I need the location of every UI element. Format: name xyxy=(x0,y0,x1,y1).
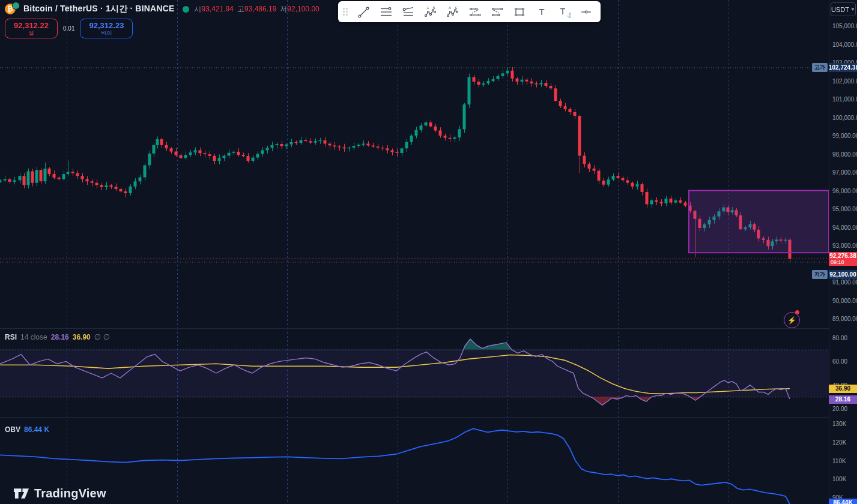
axis-tick-label: 99,000.00 xyxy=(832,133,857,139)
axis-tick-label: 130K xyxy=(832,421,846,427)
pane-separator-rsi[interactable] xyxy=(0,328,857,329)
pane-separator-obv[interactable] xyxy=(0,417,857,418)
rsi-ma-value-badge: 36.90 xyxy=(829,385,857,393)
axis-tick-label: 105,000.00 xyxy=(832,23,857,29)
sell-button[interactable]: 92,312.22 셀 xyxy=(5,19,58,38)
rectangle-tool-icon[interactable] xyxy=(508,3,530,21)
high-value: 102,724.38 xyxy=(829,63,857,72)
notification-dot-icon xyxy=(795,310,799,314)
axis-tick-label: 98,000.00 xyxy=(832,151,857,157)
elliott-wave-15-icon[interactable]: 15 xyxy=(419,3,441,21)
obv-value-badge: 86.44K xyxy=(829,499,857,504)
axis-tick-label: 110K xyxy=(832,457,846,464)
currency-unit-label: USDT xyxy=(831,6,849,13)
lightning-icon[interactable]: ⚡ xyxy=(784,312,800,328)
rsi-current-value: 28.16 xyxy=(51,333,69,341)
buy-button[interactable]: 92,312.23 바이 xyxy=(80,19,133,38)
ohlc-readout: 시93,421.94고93,486.19저92,100.00 xyxy=(195,4,323,14)
axis-tick-label: 96,000.00 xyxy=(832,187,857,194)
last-price-badge: 92,276.38 09:18 xyxy=(829,252,857,266)
session-high-label: 고가 102,724.38 xyxy=(812,63,857,72)
axis-tick-label: 101,000.00 xyxy=(832,96,857,103)
axis-tick-label: 100K xyxy=(832,476,846,482)
spread-value: 0.01 xyxy=(63,25,74,32)
open-value: 93,421.94 xyxy=(202,5,234,13)
toolbar-drag-handle[interactable] xyxy=(343,8,348,16)
pair-logo-icon: ₿ xyxy=(5,3,19,15)
axis-tick-label: 100,000.00 xyxy=(832,114,857,121)
rsi-hidden-values: ∅ ∅ xyxy=(94,332,110,341)
buy-label: 바이 xyxy=(101,30,112,36)
pattern-abc-icon[interactable]: AC xyxy=(441,3,464,21)
axis-tick-label: 60.00 xyxy=(832,358,847,365)
price-chart-canvas[interactable] xyxy=(0,0,829,504)
high-tag: 고가 xyxy=(812,63,828,72)
low-value: 92,100.00 xyxy=(287,5,319,13)
sell-label: 셀 xyxy=(29,30,34,36)
chevron-down-icon: ▼ xyxy=(850,7,855,12)
obv-current-value: 86.44 K xyxy=(24,425,49,434)
cross-line-icon[interactable] xyxy=(575,3,597,21)
symbol-header: ₿ Bitcoin / TetherUS · 1시간 · BINANCE 시93… xyxy=(5,3,323,15)
tradingview-mark-icon xyxy=(13,486,29,500)
axis-tick-label: 90,000.00 xyxy=(832,297,857,304)
axis-tick-label: 91,000.00 xyxy=(832,279,857,286)
axis-tick-label: 104,000.00 xyxy=(832,41,857,47)
drawing-toolbar: 15 AC T T⚓ xyxy=(338,1,601,22)
obv-pane-header[interactable]: OBV 86.44 K xyxy=(5,425,49,434)
trade-panel: 92,312.22 셀 0.01 92,312.23 바이 xyxy=(5,19,133,38)
axis-tick-label: 20.00 xyxy=(832,406,847,412)
currency-unit-dropdown[interactable]: USDT ▼ xyxy=(831,2,856,16)
session-low-label: 저가 92,100.00 xyxy=(812,270,857,279)
axis-tick-label: 95,000.00 xyxy=(832,206,857,212)
svg-text:⚓: ⚓ xyxy=(567,12,571,18)
axis-tick-label: 97,000.00 xyxy=(832,169,857,176)
rsi-params: 14 close xyxy=(20,333,47,341)
parallel-channel-down-icon[interactable] xyxy=(486,3,508,21)
low-tag: 저가 xyxy=(812,270,828,279)
high-value: 93,486.19 xyxy=(244,5,276,13)
text-tool-icon[interactable]: T xyxy=(530,3,553,21)
svg-text:T: T xyxy=(539,7,544,17)
svg-text:A: A xyxy=(449,6,451,10)
parallel-channel-up-icon[interactable] xyxy=(464,3,486,21)
axis-tick-label: 93,000.00 xyxy=(832,242,857,249)
tradingview-logo[interactable]: TradingView xyxy=(13,486,106,500)
axis-tick-label: 80.00 xyxy=(832,335,847,341)
axis-tick-label: 89,000.00 xyxy=(832,316,857,322)
bar-countdown: 09:18 xyxy=(829,259,857,265)
svg-text:1: 1 xyxy=(427,6,429,10)
horizontal-line-icon[interactable] xyxy=(375,3,397,21)
axis-tick-label: 94,000.00 xyxy=(832,224,857,230)
high-label: 고 xyxy=(237,5,244,13)
svg-text:T: T xyxy=(560,7,565,16)
rsi-ma-current-value: 36.90 xyxy=(73,333,91,341)
rsi-pane-header[interactable]: RSI 14 close 28.16 36.90 ∅ ∅ xyxy=(5,332,110,341)
axis-tick-label: 102,000.00 xyxy=(832,77,857,84)
buy-price: 92,312.23 xyxy=(89,22,124,30)
low-label: 저 xyxy=(280,5,287,13)
trend-line-icon[interactable] xyxy=(353,3,375,21)
open-label: 시 xyxy=(195,5,202,13)
last-price-value: 92,276.38 xyxy=(829,253,857,259)
fib-retracement-icon[interactable] xyxy=(397,3,419,21)
tether-coin-icon xyxy=(12,2,20,10)
market-status-dot-icon[interactable] xyxy=(183,6,189,13)
rsi-value-badge: 28.16 xyxy=(829,395,857,404)
symbol-title[interactable]: Bitcoin / TetherUS · 1시간 · BINANCE xyxy=(23,4,175,14)
anchored-text-tool-icon[interactable]: T⚓ xyxy=(553,3,575,21)
tradingview-wordmark: TradingView xyxy=(34,487,106,500)
sell-price: 92,312.22 xyxy=(14,22,49,30)
low-value: 92,100.00 xyxy=(829,270,857,279)
axis-tick-label: 120K xyxy=(832,439,846,445)
obv-title: OBV xyxy=(5,425,20,434)
chart-window: 105,000.00104,000.00103,000.00102,000.00… xyxy=(0,0,857,504)
rsi-title: RSI xyxy=(5,333,17,341)
